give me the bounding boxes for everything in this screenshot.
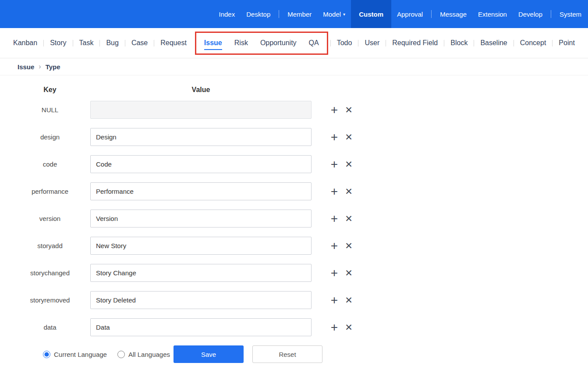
topbar-item-member[interactable]: Member	[282, 0, 317, 28]
form-footer: Current Language All Languages Save Rese…	[43, 345, 588, 363]
value-input[interactable]	[90, 210, 312, 228]
nav-item-label: Block	[450, 39, 468, 49]
add-row-icon[interactable]: +	[329, 131, 340, 143]
topbar-item-label: Develop	[518, 11, 542, 18]
topbar-item-label: System	[560, 11, 581, 18]
value-input[interactable]	[90, 237, 312, 255]
remove-row-icon[interactable]: ✕	[344, 295, 354, 305]
value-input[interactable]	[90, 128, 312, 146]
topbar-item-index[interactable]: Index	[213, 0, 241, 28]
key-label: version	[11, 215, 89, 222]
all-languages-label[interactable]: All Languages	[128, 351, 170, 358]
form-row-null: NULL + ✕	[0, 101, 588, 119]
remove-row-icon[interactable]: ✕	[344, 214, 354, 223]
remove-row-icon[interactable]: ✕	[344, 187, 354, 196]
all-languages-radio[interactable]	[117, 351, 125, 358]
add-row-icon[interactable]: +	[329, 185, 340, 198]
nav-item-qa[interactable]: QA	[303, 39, 325, 47]
add-row-icon[interactable]: +	[329, 294, 340, 306]
value-input[interactable]	[90, 264, 312, 282]
nav-item-label: Task	[79, 39, 94, 49]
nav-item-label: Opportunity	[260, 39, 297, 49]
nav-item-required-field[interactable]: Required Field	[386, 39, 444, 47]
nav-item-kanban[interactable]: Kanban	[7, 39, 43, 47]
value-input[interactable]	[90, 182, 312, 200]
nav-item-label: Kanban	[13, 39, 37, 49]
nav-item-user[interactable]: User	[358, 39, 386, 47]
remove-row-icon[interactable]: ✕	[344, 268, 354, 277]
remove-row-icon[interactable]: ✕	[344, 105, 354, 114]
topbar-item-model[interactable]: Model ▾	[317, 0, 351, 28]
key-column-header: Key	[11, 86, 89, 94]
breadcrumb-item-issue[interactable]: Issue	[18, 63, 34, 71]
nav-item-label: Case	[131, 39, 148, 49]
value-column-header: Value	[90, 86, 312, 94]
topbar-item-custom[interactable]: Custom	[351, 0, 391, 28]
add-row-icon[interactable]: +	[329, 158, 340, 171]
nav-item-label: Required Field	[392, 39, 438, 49]
topbar-item-label: Member	[287, 11, 312, 18]
nav-item-label: Request	[160, 39, 187, 49]
key-label: NULL	[11, 106, 89, 114]
remove-row-icon[interactable]: ✕	[344, 323, 354, 332]
topbar-item-label: Message	[440, 11, 467, 18]
key-label: storyadd	[11, 242, 89, 249]
nav-item-risk[interactable]: Risk	[228, 39, 254, 47]
breadcrumb-item-type: Type	[46, 63, 60, 71]
topbar-item-desktop[interactable]: Desktop	[241, 0, 276, 28]
add-row-icon[interactable]: +	[329, 213, 340, 225]
topbar-divider	[431, 10, 432, 18]
save-button[interactable]: Save	[174, 345, 244, 363]
form-row-version: version + ✕	[0, 210, 588, 228]
remove-row-icon[interactable]: ✕	[344, 132, 354, 142]
value-input[interactable]	[90, 155, 312, 173]
nav-item-label: Baseline	[480, 39, 507, 49]
chevron-down-icon: ▾	[343, 12, 345, 17]
form-row-design: design + ✕	[0, 128, 588, 146]
chevron-right-icon: ›	[39, 63, 41, 71]
form-header-row: Key Value	[0, 86, 588, 94]
nav-item-todo[interactable]: Todo	[331, 39, 358, 47]
key-label: storychanged	[11, 269, 89, 277]
current-language-radio[interactable]	[43, 351, 50, 358]
add-row-icon[interactable]: +	[329, 321, 340, 334]
remove-row-icon[interactable]: ✕	[344, 241, 354, 250]
value-input	[90, 101, 312, 119]
nav-item-label: Concept	[520, 39, 546, 49]
add-row-icon[interactable]: +	[329, 267, 340, 279]
topbar-item-system[interactable]: System	[554, 0, 587, 28]
add-row-icon[interactable]: +	[329, 104, 340, 116]
nav-item-story[interactable]: Story	[44, 39, 72, 47]
topbar-item-label: Extension	[478, 11, 507, 18]
topbar-item-develop[interactable]: Develop	[513, 0, 548, 28]
nav-item-label: User	[365, 39, 379, 49]
form-row-performance: performance + ✕	[0, 182, 588, 200]
topbar-item-label: Custom	[359, 11, 383, 18]
breadcrumb: Issue › Type	[0, 58, 588, 75]
nav-item-point[interactable]: Point	[553, 39, 581, 47]
nav-item-concept[interactable]: Concept	[514, 39, 553, 47]
reset-button[interactable]: Reset	[252, 345, 322, 363]
nav-item-label: Risk	[234, 39, 248, 49]
nav-item-bug[interactable]: Bug	[100, 39, 124, 47]
nav-item-opportunity[interactable]: Opportunity	[254, 39, 303, 47]
nav-item-case[interactable]: Case	[125, 39, 154, 47]
topbar-item-approval[interactable]: Approval	[391, 0, 429, 28]
topbar-item-extension[interactable]: Extension	[472, 0, 513, 28]
annotation-highlight-box: Issue Risk Opportunity QA	[195, 32, 328, 55]
form-row-code: code + ✕	[0, 155, 588, 173]
nav-item-issue[interactable]: Issue	[198, 39, 228, 47]
nav-item-request[interactable]: Request	[154, 39, 193, 47]
nav-item-baseline[interactable]: Baseline	[474, 39, 513, 47]
topbar-item-message[interactable]: Message	[434, 0, 472, 28]
value-input[interactable]	[90, 291, 312, 309]
form-row-storyadd: storyadd + ✕	[0, 237, 588, 255]
remove-row-icon[interactable]: ✕	[344, 160, 354, 169]
nav-item-task[interactable]: Task	[73, 39, 100, 47]
add-row-icon[interactable]: +	[329, 240, 340, 252]
key-label: design	[11, 133, 89, 141]
topbar: Index Desktop Member Model ▾ Custom Appr…	[0, 0, 588, 28]
current-language-label[interactable]: Current Language	[54, 351, 107, 358]
nav-item-block[interactable]: Block	[444, 39, 474, 47]
value-input[interactable]	[90, 318, 312, 336]
